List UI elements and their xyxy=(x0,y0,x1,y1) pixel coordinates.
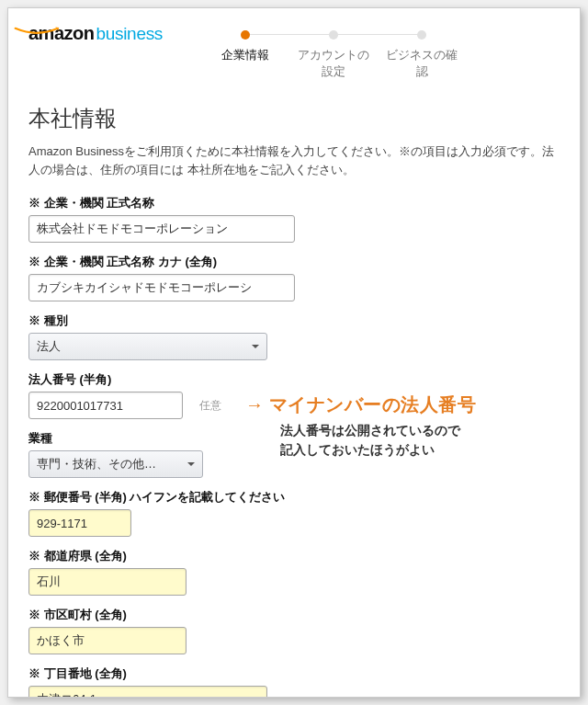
input-prefecture[interactable] xyxy=(28,568,187,596)
label-prefecture: ※ 都道府県 (全角) xyxy=(28,548,560,564)
step-dot-icon xyxy=(417,30,426,40)
amazon-smile-icon xyxy=(14,27,67,38)
chevron-down-icon xyxy=(187,462,195,466)
field-industry: 業種 専門・技術、その他… xyxy=(28,430,560,478)
optional-hint: 任意 xyxy=(199,398,221,414)
logo-business-text: business xyxy=(96,24,163,44)
step-dot-icon xyxy=(241,30,250,40)
label-company-name-kana: ※ 企業・機関 正式名称 カナ (全角) xyxy=(28,254,560,270)
step-connector xyxy=(245,34,334,35)
progress-stepper: 企業情報 アカウントの 設定 ビジネスの確 認 xyxy=(201,30,560,80)
label-corp-number: 法人番号 (半角) xyxy=(28,371,560,388)
input-corp-number[interactable] xyxy=(28,392,183,419)
input-address[interactable] xyxy=(28,686,267,698)
page-description: Amazon Businessをご利用頂くために本社情報を入力してください。※の… xyxy=(28,142,560,178)
step-account-settings: アカウントの 設定 xyxy=(289,30,378,80)
step-dot-icon xyxy=(329,30,338,40)
page-container: amazon business 企業情報 アカウントの 設定 ビジネスの確 認 xyxy=(7,7,581,698)
field-type: ※ 種別 法人 xyxy=(28,313,560,360)
field-address: ※ 丁目番地 (全角) xyxy=(28,665,560,698)
field-postal: ※ 郵便番号 (半角) ハイフンを記載してください xyxy=(28,489,560,537)
select-industry-value: 専門・技術、その他… xyxy=(37,456,156,472)
step-label: アカウントの 設定 xyxy=(298,47,369,80)
step-company-info: 企業情報 xyxy=(201,30,289,63)
field-city: ※ 市区町村 (全角) xyxy=(28,607,560,654)
select-type-value: 法人 xyxy=(37,338,61,355)
page-title: 本社情報 xyxy=(28,104,560,133)
amazon-business-logo: amazon business xyxy=(28,23,163,44)
step-label: 企業情報 xyxy=(221,47,269,63)
chevron-down-icon xyxy=(252,345,259,348)
select-industry[interactable]: 専門・技術、その他… xyxy=(28,450,203,478)
field-corp-number: 法人番号 (半角) 任意 xyxy=(28,371,560,419)
step-business-confirm: ビジネスの確 認 xyxy=(378,30,466,80)
label-address: ※ 丁目番地 (全角) xyxy=(28,665,560,682)
step-label: ビジネスの確 認 xyxy=(386,47,458,80)
step-connector xyxy=(334,34,422,35)
input-company-name-kana[interactable] xyxy=(28,274,295,301)
label-industry: 業種 xyxy=(28,430,560,447)
field-company-name-kana: ※ 企業・機関 正式名称 カナ (全角) xyxy=(28,254,560,301)
label-company-name: ※ 企業・機関 正式名称 xyxy=(28,195,560,211)
field-company-name: ※ 企業・機関 正式名称 xyxy=(28,195,560,243)
input-city[interactable] xyxy=(28,627,187,654)
input-company-name[interactable] xyxy=(28,215,295,243)
label-city: ※ 市区町村 (全角) xyxy=(28,607,560,623)
label-type: ※ 種別 xyxy=(28,313,560,329)
select-type[interactable]: 法人 xyxy=(28,333,267,360)
field-prefecture: ※ 都道府県 (全角) xyxy=(28,548,560,596)
header: amazon business 企業情報 アカウントの 設定 ビジネスの確 認 xyxy=(28,23,560,80)
input-postal[interactable] xyxy=(28,509,131,537)
label-postal: ※ 郵便番号 (半角) ハイフンを記載してください xyxy=(28,489,560,506)
